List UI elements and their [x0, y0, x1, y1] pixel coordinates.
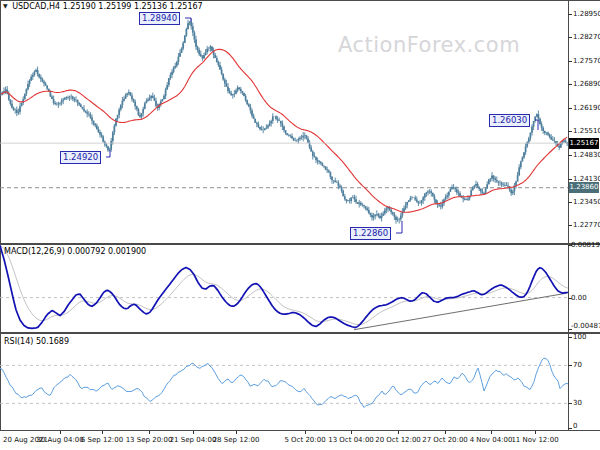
macd-axis-tick: 0.008191 — [571, 241, 600, 249]
time-axis-border — [0, 430, 600, 431]
rsi-axis-tick: 100 — [573, 333, 586, 341]
price-axis-tickmark — [568, 202, 572, 203]
price-axis-tickmark — [568, 14, 572, 15]
time-axis-tickmark — [535, 431, 536, 434]
time-axis-label: 13 Oct 04:00 — [328, 436, 374, 444]
time-axis-label: 21 Sep 04:00 — [170, 436, 217, 444]
price-axis-border — [568, 0, 569, 431]
price-axis-tickmark — [568, 155, 572, 156]
macd-axis-tick: -0.004876 — [571, 322, 600, 330]
time-axis-tickmark — [305, 431, 306, 434]
macd-axis-tickmark — [568, 329, 572, 330]
time-axis-tickmark — [491, 431, 492, 434]
price-axis-tick: 1.23450 — [573, 198, 600, 206]
time-axis-tickmark — [398, 431, 399, 434]
time-axis-label: 28 Sep 12:00 — [213, 436, 260, 444]
price-axis-tickmark — [568, 61, 572, 62]
price-pane-canvas[interactable] — [0, 0, 568, 243]
time-axis-tickmark — [236, 431, 237, 434]
time-axis-label: 20 Oct 12:00 — [375, 436, 421, 444]
time-axis-label: 27 Oct 20:00 — [422, 436, 468, 444]
price-axis-tickmark — [568, 37, 572, 38]
swing-label: 1.24920 — [60, 151, 101, 164]
time-axis-tickmark — [445, 431, 446, 434]
swing-label: 1.28940 — [139, 12, 180, 25]
rsi-axis-tick: 30 — [573, 399, 582, 407]
macd-axis-tickmark — [568, 298, 572, 299]
price-axis-tick: 1.24830 — [573, 151, 600, 159]
symbol-header: ▼ USDCAD,H4 1.25190 1.25199 1.25136 1.25… — [3, 2, 203, 11]
price-axis-tickmark — [568, 108, 572, 109]
time-axis-label: 13 Sep 20:00 — [126, 436, 173, 444]
collapse-icon[interactable]: ▼ — [3, 2, 8, 9]
price-axis-tick: 1.28270 — [573, 33, 600, 41]
rsi-pane-canvas[interactable] — [0, 334, 568, 430]
price-axis-tick: 1.26190 — [573, 104, 600, 112]
time-axis-label: 30 Aug 04:00 — [36, 436, 83, 444]
price-axis-tickmark — [568, 225, 572, 226]
rsi-axis-tick: 70 — [573, 361, 582, 369]
quote-open: 1.25190 — [63, 2, 96, 11]
price-axis-tick: 1.27570 — [573, 57, 600, 65]
rsi-indicator-label: RSI(14) 50.1689 — [4, 337, 69, 346]
rsi-axis-tickmark — [568, 337, 572, 338]
quote-close: 1.25167 — [170, 2, 203, 11]
macd-axis-tick: 0.00 — [571, 294, 587, 302]
time-axis-tickmark — [102, 431, 103, 434]
rsi-axis-tickmark — [568, 428, 572, 429]
price-axis-tick: 1.25510 — [573, 127, 600, 135]
quote-high: 1.25199 — [98, 2, 131, 11]
rsi-axis-tickmark — [568, 403, 572, 404]
quote-low: 1.25136 — [134, 2, 167, 11]
time-axis-label: 11 Nov 12:00 — [511, 436, 558, 444]
swing-label: 1.22860 — [350, 227, 391, 240]
price-axis-tick: 1.28950 — [573, 10, 600, 18]
time-axis-tickmark — [149, 431, 150, 434]
macd-axis-tickmark — [568, 245, 572, 246]
price-axis-tick: 1.22770 — [573, 221, 600, 229]
price-axis-tick: 1.26890 — [573, 80, 600, 88]
trading-chart-window: ActionForex.com ▼ USDCAD,H4 1.25190 1.25… — [0, 0, 600, 450]
macd-pane-canvas[interactable] — [0, 245, 568, 332]
swing-label: 1.26030 — [489, 114, 530, 127]
level-price-box: 1.23860 — [569, 182, 599, 193]
rsi-axis-tick: 0 — [573, 422, 577, 430]
time-axis-label: 5 Oct 20:00 — [284, 436, 325, 444]
price-axis-tickmark — [568, 131, 572, 132]
macd-indicator-label: MACD(12,26,9) 0.000792 0.001900 — [4, 247, 146, 256]
current-price-box: 1.25167 — [569, 138, 599, 149]
time-axis-label: 4 Nov 04:00 — [470, 436, 513, 444]
time-axis-tickmark — [60, 431, 61, 434]
time-axis-tickmark — [193, 431, 194, 434]
rsi-axis-tickmark — [568, 365, 572, 366]
price-axis-tickmark — [568, 84, 572, 85]
symbol-name: USDCAD,H4 — [12, 2, 60, 11]
price-axis-tickmark — [568, 179, 572, 180]
time-axis-tickmark — [351, 431, 352, 434]
time-axis-label: 6 Sep 12:00 — [81, 436, 123, 444]
